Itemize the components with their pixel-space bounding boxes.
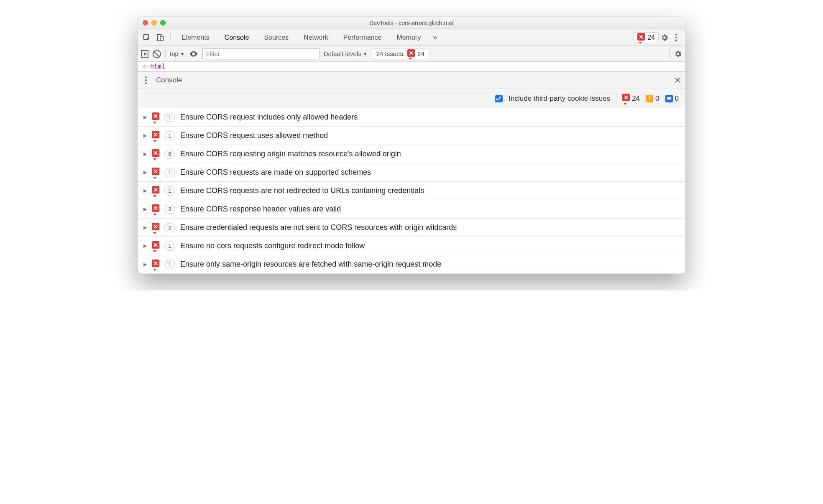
issue-count: 3 [164, 205, 175, 214]
issue-count: 1 [164, 260, 175, 269]
issue-row[interactable]: ▶1Ensure CORS requests are made on suppo… [138, 163, 685, 182]
context-selector[interactable]: top▼ [170, 50, 185, 57]
more-tabs-icon[interactable]: » [429, 32, 441, 43]
log-levels-selector[interactable]: Default levels▼ [324, 50, 368, 57]
tab-elements[interactable]: Elements [175, 29, 216, 46]
devtools-window: DevTools - cors-errors.glitch.me/ Elemen… [138, 17, 685, 274]
expand-icon: ▶ [143, 151, 147, 157]
live-expression-icon[interactable] [189, 49, 198, 59]
settings-icon[interactable] [660, 33, 669, 42]
issue-row[interactable]: ▶1Ensure only same-origin resources are … [138, 255, 685, 274]
issue-count: 1 [164, 131, 175, 140]
window-title: DevTools - cors-errors.glitch.me/ [138, 20, 685, 26]
issue-title: Ensure no-cors requests configure redire… [180, 242, 365, 250]
error-icon [152, 223, 159, 230]
warning-icon [646, 95, 653, 102]
issue-row[interactable]: ▶1Ensure CORS request includes only allo… [138, 108, 685, 127]
issue-title: Ensure CORS requesting origin matches re… [180, 150, 401, 158]
error-count: 24 [647, 34, 655, 41]
expand-icon: ▶ [143, 206, 147, 212]
error-icon [637, 33, 645, 41]
tab-network[interactable]: Network [297, 29, 335, 46]
error-icon [152, 260, 159, 267]
include-third-party-checkbox[interactable] [495, 95, 503, 102]
error-icon [152, 168, 159, 175]
drawer-header: Console ✕ [138, 71, 685, 89]
expand-icon: ▶ [143, 133, 147, 138]
issue-count: 2 [164, 223, 175, 232]
error-icon [152, 131, 159, 138]
issue-row[interactable]: ▶3Ensure CORS response header values are… [138, 200, 685, 219]
error-icon [152, 241, 159, 249]
error-icon [407, 49, 415, 57]
issue-row[interactable]: ▶6Ensure CORS requesting origin matches … [138, 145, 685, 163]
error-icon [622, 94, 630, 101]
main-tabstrip: ElementsConsoleSourcesNetworkPerformance… [138, 29, 685, 46]
expand-icon: ▶ [143, 115, 147, 120]
info-icon [665, 95, 673, 102]
issue-row[interactable]: ▶1Ensure no-cors requests configure redi… [138, 237, 685, 255]
tab-memory[interactable]: Memory [390, 29, 427, 46]
drawer-menu-icon[interactable] [142, 76, 150, 84]
svg-rect-2 [160, 36, 164, 41]
expand-icon: ▶ [143, 262, 147, 267]
issue-title: Ensure CORS response header values are v… [180, 205, 341, 214]
issue-row[interactable]: ▶2Ensure credentialed requests are not s… [138, 219, 685, 237]
issues-filter-bar: Include third-party cookie issues 24 0 0 [138, 89, 685, 108]
source-line: <·html [138, 62, 685, 71]
tab-console[interactable]: Console [218, 29, 256, 46]
close-window-button[interactable] [143, 20, 148, 25]
issue-title: Ensure only same-origin resources are fe… [180, 260, 441, 269]
error-count-badge[interactable]: 24 [634, 32, 659, 43]
clear-console-icon[interactable] [153, 50, 161, 58]
close-drawer-icon[interactable]: ✕ [674, 75, 681, 85]
issue-row[interactable]: ▶1Ensure CORS requests are not redirecte… [138, 182, 685, 200]
zoom-window-button[interactable] [160, 20, 166, 25]
expand-icon: ▶ [143, 170, 147, 175]
more-menu-icon[interactable] [670, 32, 682, 43]
issue-row[interactable]: ▶1Ensure CORS request uses allowed metho… [138, 127, 685, 145]
error-icon [152, 149, 159, 157]
titlebar: DevTools - cors-errors.glitch.me/ [138, 17, 685, 29]
issues-button[interactable]: 24 Issues: 24 [372, 48, 429, 59]
issue-title: Ensure CORS request uses allowed method [180, 131, 328, 140]
issues-list: ▶1Ensure CORS request includes only allo… [138, 108, 685, 274]
issue-title: Ensure CORS request includes only allowe… [180, 113, 358, 122]
error-icon [152, 204, 159, 212]
issue-count: 6 [164, 150, 175, 159]
issue-title: Ensure credentialed requests are not sen… [180, 223, 457, 232]
tab-performance[interactable]: Performance [337, 29, 388, 46]
console-settings-icon[interactable] [674, 50, 682, 58]
issue-title: Ensure CORS requests are not redirected … [180, 186, 424, 195]
warning-count-group[interactable]: 0 [646, 94, 659, 103]
issue-count: 1 [164, 186, 175, 196]
filter-input[interactable]: Filter [202, 48, 319, 59]
expand-icon: ▶ [143, 188, 147, 193]
expand-icon: ▶ [143, 225, 147, 230]
window-controls [143, 20, 166, 25]
tab-sources[interactable]: Sources [257, 29, 295, 46]
minimize-window-button[interactable] [151, 20, 157, 25]
execution-context-icon[interactable] [141, 50, 148, 58]
console-toolbar: top▼ Filter Default levels▼ 24 Issues: 2… [138, 46, 685, 62]
error-icon [152, 112, 159, 120]
issue-count: 1 [164, 113, 175, 122]
issue-title: Ensure CORS requests are made on support… [180, 168, 371, 177]
drawer-tab-console[interactable]: Console [156, 76, 182, 84]
issue-count: 1 [164, 242, 175, 251]
expand-icon: ▶ [143, 243, 147, 249]
inspect-element-icon[interactable] [141, 32, 153, 43]
include-third-party-label: Include third-party cookie issues [509, 94, 610, 103]
issue-count: 1 [164, 168, 175, 177]
error-count-group[interactable]: 24 [622, 94, 640, 103]
info-count-group[interactable]: 0 [665, 94, 679, 103]
device-toolbar-icon[interactable] [154, 32, 166, 43]
error-icon [152, 186, 159, 193]
